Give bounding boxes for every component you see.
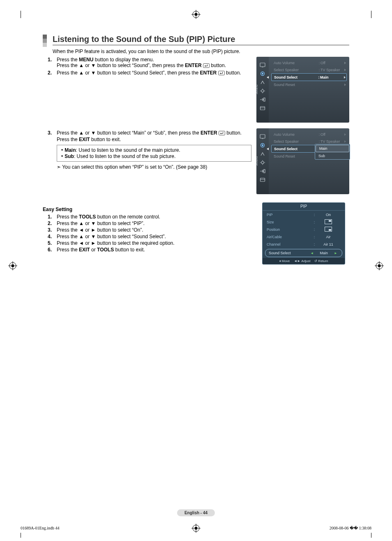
application-icon	[260, 177, 265, 182]
note-main: •Main: Used to listen to the sound of th…	[60, 147, 248, 153]
step-item: 2.Press the ▲ or ▼ button to select “PIP…	[44, 221, 251, 226]
step-body: Press the ▲ or ▼ button to select “Sound…	[57, 70, 251, 77]
enter-icon	[219, 131, 225, 137]
step-number: 2.	[44, 70, 52, 77]
step-body: Press the ▲ or ▼ button to select “Sound…	[57, 234, 251, 239]
svg-rect-31	[260, 135, 265, 138]
osd-sound-menu-popup: Sound Auto Volume:OffSelect Speaker:TV S…	[256, 128, 349, 194]
osd-row-label: Sound Select	[274, 147, 318, 151]
pip-row[interactable]: Air/Cable:Air	[263, 233, 345, 241]
pip-row-value: Air 11	[316, 242, 341, 246]
pip-row[interactable]: Size:	[263, 218, 345, 226]
channel-icon	[260, 151, 265, 156]
pip-row[interactable]: Position:	[263, 226, 345, 233]
pip-row[interactable]: Channel:Air 11	[263, 241, 345, 248]
pip-row-value: Air	[316, 235, 341, 239]
osd-menu-row[interactable]: Select Speaker:TV Speaker	[271, 66, 347, 73]
step-number: 4.	[44, 234, 52, 239]
step-number: 6.	[44, 247, 52, 253]
footer-return: ↺Return	[314, 259, 328, 263]
osd-row-label: Select Speaker	[274, 139, 318, 144]
title-accent-bars	[43, 35, 47, 47]
step-extra: •Main: Used to listen to the sound of th…	[57, 145, 251, 170]
svg-rect-16	[203, 64, 209, 68]
registration-mark-icon	[375, 261, 384, 270]
svg-point-22	[262, 73, 263, 74]
pip-row[interactable]: PIP:On	[263, 211, 345, 218]
svg-point-23	[261, 90, 264, 92]
step-body: Press the ▲ or ▼ button to select “Main”…	[57, 130, 251, 142]
pip-position-icon	[325, 227, 332, 232]
pip-row-label: Position	[267, 228, 313, 232]
osd-menu-row[interactable]: Sound Select:Main	[271, 73, 347, 81]
page-number-badge: English - 44	[177, 509, 215, 516]
sound-select-popup: Main Sub	[315, 144, 350, 160]
osd-menu-row[interactable]: Sound Reset	[271, 81, 347, 88]
application-icon	[260, 106, 265, 111]
note-sub: •Sub: Used to listen to the sound of the…	[60, 153, 248, 159]
osd-menu-row[interactable]: Auto Volume:Off	[271, 131, 347, 138]
svg-rect-29	[261, 107, 265, 110]
step-number: 1.	[44, 57, 52, 69]
intro-text: When the PIP feature is activated, you c…	[53, 49, 349, 54]
step-item: 5.Press the ◄ or ► button to select the …	[44, 240, 251, 246]
svg-rect-28	[264, 98, 265, 101]
sound-icon	[260, 71, 265, 76]
step-body: Press the EXIT or TOOLS button to exit.	[57, 247, 251, 253]
step-item: 1.Press the MENU button to display the m…	[44, 57, 251, 69]
svg-rect-41	[261, 178, 265, 181]
footer-move: ♦Move	[279, 259, 290, 263]
pip-row-label: Sound Select	[269, 251, 309, 255]
osd-row-value: Off	[321, 61, 344, 65]
main-steps-list: 1.Press the MENU button to display the m…	[44, 57, 251, 170]
step-body: Press the MENU button to display the men…	[57, 57, 251, 69]
tip-note: You can select this option when “PIP” is…	[57, 164, 251, 170]
pip-row-value: Main	[315, 251, 333, 255]
step-item: 3.Press the ▲ or ▼ button to select “Mai…	[44, 130, 251, 142]
left-arrow-icon: ◄	[310, 251, 314, 255]
registration-mark-icon	[8, 261, 17, 270]
svg-rect-40	[264, 169, 265, 173]
sound-icon	[260, 143, 265, 148]
setup-icon	[260, 160, 265, 165]
osd-row-value: Main	[320, 75, 344, 79]
osd-row-label: Auto Volume	[274, 61, 318, 65]
step-number: 2.	[44, 221, 52, 226]
enter-icon	[203, 63, 210, 69]
osd-menu-row[interactable]: Auto Volume:Off	[271, 59, 347, 66]
input-icon	[260, 169, 265, 174]
registration-mark-icon	[191, 10, 201, 19]
osd-row-label: Select Speaker	[274, 68, 318, 72]
step-item: 2.Press the ▲ or ▼ button to select “Sou…	[44, 70, 251, 77]
popup-option-main[interactable]: Main	[316, 145, 349, 152]
easy-steps-list: 1.Press the TOOLS button on the remote c…	[44, 214, 251, 253]
osd-row-value: TV Speaker	[321, 139, 344, 144]
svg-rect-18	[219, 131, 225, 135]
step-body: Press the ▲ or ▼ button to select “PIP”.	[57, 221, 251, 226]
step-body: Press the ◄ or ► button to select “On”.	[57, 227, 251, 233]
popup-option-sub[interactable]: Sub	[315, 153, 350, 159]
registration-mark-icon	[191, 524, 201, 533]
right-arrow-icon: ►	[334, 251, 337, 255]
step-number: 1.	[44, 214, 52, 220]
osd-row-label: Auto Volume	[274, 132, 318, 137]
step-number: 3.	[44, 227, 52, 233]
enter-icon	[218, 71, 225, 77]
svg-point-35	[261, 161, 264, 164]
note-box: •Main: Used to listen to the sound of th…	[57, 145, 251, 162]
pip-sound-select-row[interactable]: Sound Select ◄ Main ►	[265, 249, 342, 257]
setup-icon	[260, 88, 265, 93]
osd-row-value: TV Speaker	[321, 68, 344, 72]
svg-rect-15	[195, 527, 197, 529]
step-item: 6.Press the EXIT or TOOLS button to exit…	[44, 247, 251, 253]
channel-icon	[260, 80, 265, 85]
input-icon	[260, 97, 265, 102]
osd-row-label: Sound Select	[274, 75, 318, 79]
pip-tools-panel: PIP PIP:OnSize:Position:Air/Cable:AirCha…	[262, 202, 345, 265]
picture-icon	[260, 63, 265, 67]
picture-icon	[260, 134, 265, 139]
page-title: Listening to the Sound of the Sub (PIP) …	[53, 35, 349, 45]
osd-row-label: Sound Reset	[274, 83, 321, 87]
step-number: 3.	[44, 130, 52, 142]
svg-rect-11	[378, 265, 380, 267]
